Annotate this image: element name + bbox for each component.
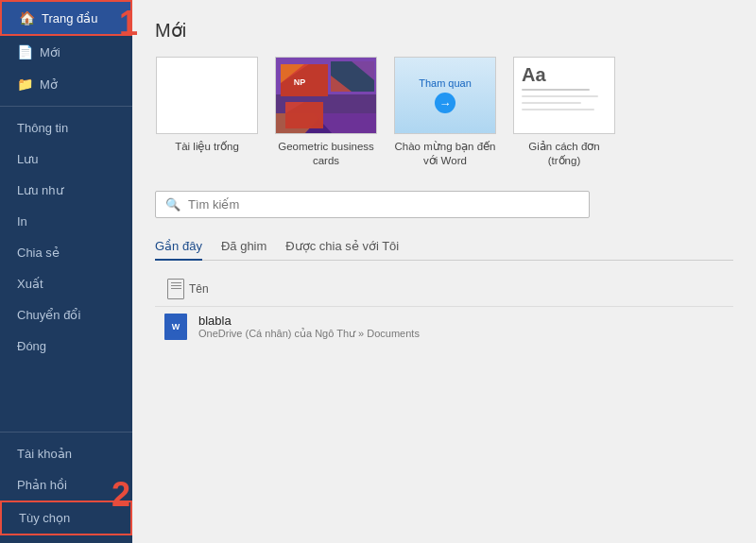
search-icon: 🔍 — [165, 197, 180, 212]
sidebar-label-phan-hoi: Phản hồi — [17, 478, 67, 492]
section-title: Mới — [155, 19, 733, 42]
sidebar-divider-1 — [0, 106, 132, 107]
open-icon: 📁 — [17, 76, 32, 92]
sidebar-item-xuat[interactable]: Xuất — [0, 268, 132, 299]
sidebar-label-chuyen-doi: Chuyển đổi — [17, 308, 80, 322]
template-thumb-plain: Aa — [513, 57, 615, 134]
svg-text:NP: NP — [294, 77, 306, 87]
file-info-blabla: blabla OneDrive (Cá nhân) của Ngô Thư » … — [198, 314, 420, 340]
sidebar-item-dong[interactable]: Đóng — [0, 331, 132, 362]
sidebar-label-in: In — [17, 214, 27, 229]
sidebar-item-luu[interactable]: Lưu — [0, 144, 132, 175]
sidebar-label-dong: Đóng — [17, 339, 46, 353]
template-label-geo: Geometric business cards — [274, 140, 378, 168]
sidebar-label-xuat: Xuất — [17, 277, 43, 291]
template-welcome[interactable]: Tham quan → Chào mừng bạn đến với Word — [393, 57, 497, 168]
welcome-label: Tham quan — [419, 77, 472, 89]
tab-da-ghim[interactable]: Đã ghim — [221, 233, 266, 261]
sidebar: 🏠 Trang đầu 1 📄 Mới 📁 Mở Thông tin Lưu L… — [0, 0, 132, 543]
file-list: Tên W blabla OneDrive (Cá nhân) của Ngô … — [155, 272, 733, 347]
file-row-blabla[interactable]: W blabla OneDrive (Cá nhân) của Ngô Thư … — [155, 307, 733, 347]
plain-line3 — [522, 102, 581, 104]
sidebar-label-mo: Mở — [40, 77, 58, 92]
welcome-arrow-btn: → — [435, 93, 455, 113]
file-name-blabla: blabla — [198, 314, 420, 328]
template-plain[interactable]: Aa Giản cách đơn (trống) — [512, 57, 616, 168]
word-doc-icon: W — [164, 314, 187, 340]
file-list-header: Tên — [155, 272, 733, 307]
template-label-plain: Giản cách đơn (trống) — [512, 140, 616, 168]
template-thumb-blank — [156, 57, 258, 134]
badge-1: 1 — [119, 4, 138, 43]
new-icon: 📄 — [17, 44, 32, 59]
tabs: Gần đây Đã ghim Được chia sẻ với Tôi — [155, 233, 733, 261]
file-type-icon — [167, 279, 184, 299]
badge-2: 2 — [112, 475, 130, 515]
sidebar-bottom: Tài khoản Phản hồi Tùy chọn 2 — [0, 426, 132, 543]
sidebar-label-moi: Mới — [40, 45, 60, 59]
templates-row: Tài liệu trống NP — [155, 57, 733, 168]
sidebar-item-trang-dau[interactable]: 🏠 Trang đầu 1 — [0, 0, 132, 36]
sidebar-item-mo[interactable]: 📁 Mở — [0, 68, 132, 100]
sidebar-label-tai-khoan: Tài khoản — [17, 447, 72, 461]
geo-svg: NP — [276, 57, 376, 134]
sidebar-label-luu: Lưu — [17, 152, 38, 166]
sidebar-divider-2 — [0, 432, 132, 433]
sidebar-item-tuy-chon[interactable]: Tùy chọn 2 — [0, 501, 132, 535]
sidebar-item-tai-khoan[interactable]: Tài khoản — [0, 438, 132, 469]
plain-line2 — [522, 95, 598, 97]
file-column-name: Tên — [189, 282, 209, 296]
search-input[interactable] — [188, 197, 579, 212]
sidebar-label-chia-se: Chia sẻ — [17, 246, 60, 260]
sidebar-item-chia-se[interactable]: Chia sẻ — [0, 237, 132, 268]
template-label-blank: Tài liệu trống — [175, 140, 239, 154]
sidebar-label-thong-tin: Thông tin — [17, 121, 68, 135]
file-header-icon-space — [163, 276, 189, 302]
sidebar-item-luu-nhu[interactable]: Lưu như — [0, 175, 132, 206]
sidebar-label-luu-nhu: Lưu như — [17, 183, 63, 197]
plain-line4 — [522, 109, 594, 110]
template-geo[interactable]: NP Geometric business cards — [274, 57, 378, 168]
template-thumb-geo: NP — [275, 57, 377, 134]
tab-duoc-chia-se[interactable]: Được chia sẻ với Tôi — [285, 233, 399, 261]
sidebar-top: 🏠 Trang đầu 1 📄 Mới 📁 Mở Thông tin Lưu L… — [0, 0, 132, 426]
sidebar-item-chuyen-doi[interactable]: Chuyển đổi — [0, 299, 132, 331]
sidebar-item-thong-tin[interactable]: Thông tin — [0, 112, 132, 144]
home-icon: 🏠 — [19, 10, 34, 25]
main-content: Mới Tài liệu trống NP — [132, 0, 756, 543]
search-bar[interactable]: 🔍 — [155, 191, 590, 218]
template-blank[interactable]: Tài liệu trống — [155, 57, 259, 154]
sidebar-label-tuy-chon: Tùy chọn — [19, 511, 70, 525]
sidebar-item-moi[interactable]: 📄 Mới — [0, 36, 132, 68]
tab-gan-day[interactable]: Gần đây — [155, 233, 202, 261]
template-label-welcome: Chào mừng bạn đến với Word — [393, 140, 497, 168]
sidebar-label-trang-dau: Trang đầu — [42, 11, 98, 25]
plain-aa: Aa — [522, 65, 546, 84]
file-path-blabla: OneDrive (Cá nhân) của Ngô Thư » Documen… — [198, 328, 420, 340]
template-thumb-welcome: Tham quan → — [394, 57, 496, 134]
plain-line1 — [522, 89, 590, 91]
file-icon-blabla: W — [163, 314, 189, 340]
sidebar-item-in[interactable]: In — [0, 206, 132, 237]
